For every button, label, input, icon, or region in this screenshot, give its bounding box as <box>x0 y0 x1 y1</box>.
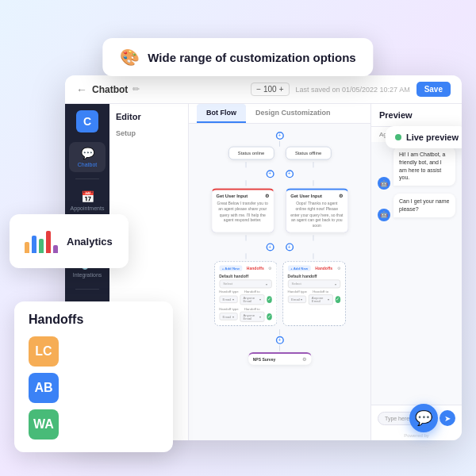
sidebar-divider-2 <box>75 289 99 290</box>
add-new-btn-1[interactable]: + Add New <box>219 265 242 271</box>
input-offline-plus[interactable]: + <box>286 243 294 251</box>
chart-bar <box>39 239 44 253</box>
flow-tabs: Bot Flow Design Customization <box>189 104 370 124</box>
chart-bar <box>32 236 36 253</box>
line-4 <box>245 180 246 186</box>
edit-icon[interactable]: ✏ <box>132 84 140 94</box>
nps-plus-button[interactable]: + <box>275 336 283 344</box>
handoff-node-1-header: + Add New Handoffs ⚙ <box>219 265 271 271</box>
line-10 <box>279 329 280 335</box>
sidebar-divider-1 <box>75 178 99 179</box>
editor-title: Editor <box>116 112 182 121</box>
zoom-control[interactable]: − 100 + <box>251 83 289 96</box>
handoff-type-to-row-2: Handoff type Handoff to <box>288 290 340 293</box>
input-node-offline-settings-icon[interactable]: ⚙ <box>339 194 343 198</box>
input-node-settings-icon[interactable]: ⚙ <box>265 194 269 198</box>
input-node-online: Get User Input ⚙ Great Below I transfer … <box>211 188 274 232</box>
handoff-node-1: + Add New Handoffs ⚙ Default handoff Sel… <box>214 261 277 325</box>
chatbot-icon: 💬 <box>81 147 94 159</box>
input-online-plus[interactable]: + <box>266 243 274 251</box>
line-2 <box>245 162 246 167</box>
zoom-minus[interactable]: − <box>256 85 261 94</box>
flow-content: + Status online Status offline <box>189 124 370 436</box>
nps-connector <box>217 329 341 335</box>
nps-settings-icon[interactable]: ⚙ <box>302 357 306 362</box>
line-3 <box>313 162 314 167</box>
status-online-node: Status online <box>228 147 274 160</box>
chat-avatar-row: 🤖 Hi! I am Chatbot, a friendly bot, and … <box>378 147 455 190</box>
connector-row-2 <box>217 180 341 186</box>
status-online-label: Status online <box>238 151 264 155</box>
input-nodes-row: Get User Input ⚙ Great Below I transfer … <box>217 188 341 232</box>
handoff-settings-icon-2[interactable]: ⚙ <box>337 266 340 271</box>
analytics-chart-icon <box>25 225 57 257</box>
handoffs-label-2: Handoffs <box>315 267 332 271</box>
greeting-bubble: Hi! I am Chatbot, a friendly bot, and I … <box>393 147 455 186</box>
input-node-offline-title: Get User Input ⚙ <box>290 194 343 198</box>
tab-bot-flow[interactable]: Bot Flow <box>197 104 246 123</box>
email-row-3: Email▾ Anyone Email▾ ✓ <box>288 294 340 305</box>
chat-widget-button[interactable]: 💬 <box>409 404 438 432</box>
select-2[interactable]: Select ▾ <box>288 279 340 288</box>
question-avatar-row: 🤖 Can I get your name please? <box>378 194 455 221</box>
default-handoff-label-2: Default handoff <box>288 274 340 278</box>
handoff-node-2: + Add New Handoffs ⚙ Default handoff Sel… <box>282 261 345 325</box>
nps-node-row: NPS Survey ⚙ <box>217 352 341 365</box>
topbar-left: ← Chatbot ✏ <box>76 83 140 96</box>
back-arrow-icon[interactable]: ← <box>76 83 87 96</box>
anyone-email-chip-3[interactable]: Anyone Email▾ <box>309 294 333 305</box>
appointments-icon: 📅 <box>81 190 94 203</box>
flow-nodes: + Status online Status offline <box>217 132 341 365</box>
sidebar-chatbot-label: Chatbot <box>78 162 98 167</box>
handoff-icons-list: LC AB WA <box>29 336 159 440</box>
save-button[interactable]: Save <box>416 82 451 97</box>
sidebar-item-chatbot[interactable]: 💬 Chatbot <box>69 142 106 172</box>
connector-row-1 <box>217 162 341 167</box>
status-offline-label: Status offline <box>295 151 321 155</box>
chart-bar <box>46 231 51 253</box>
tab-design-customization[interactable]: Design Customization <box>246 104 340 123</box>
preview-header: Preview <box>371 104 462 127</box>
anyone-email-chip-2[interactable]: Anyone Email▾ <box>240 312 264 322</box>
chart-bar <box>25 242 29 253</box>
topbar-chatbot-label: Chatbot <box>92 84 128 95</box>
zoom-plus[interactable]: + <box>279 85 284 94</box>
sidebar-item-appointments[interactable]: 📅 Appointments <box>69 186 106 216</box>
handoffs-title: Handoffs <box>29 313 159 327</box>
handoff-settings-icon-1[interactable]: ⚙ <box>268 266 271 271</box>
anyone-email-chip-1[interactable]: Anyone Email▾ <box>240 294 264 305</box>
email-chip-2[interactable]: Email▾ <box>219 313 237 321</box>
powered-by-label: Powered by <box>371 431 462 440</box>
add-new-btn-2[interactable]: + Add New <box>288 265 311 271</box>
analytics-card: Analytics <box>10 214 129 268</box>
top-plus-button[interactable]: + <box>275 132 283 140</box>
handoff-type-to-row-1: Handoff type Handoff to <box>219 290 271 293</box>
nps-node: NPS Survey ⚙ <box>248 352 311 365</box>
check-icon-3: ✓ <box>335 296 340 303</box>
default-handoff-label-1: Default handoff <box>219 274 271 278</box>
bot-avatar: 🤖 <box>378 177 390 190</box>
send-button[interactable]: ➤ <box>440 410 455 426</box>
chart-bar <box>53 245 58 253</box>
email-chip-1[interactable]: Email▾ <box>219 296 237 303</box>
line-8 <box>245 253 246 259</box>
sidebar-integrations-label: Integrations <box>73 272 102 278</box>
promo-banner: 🎨 Wide range of customization options <box>102 38 373 76</box>
zoom-level: 100 <box>263 85 277 94</box>
line-5 <box>313 180 314 186</box>
select-1[interactable]: Select ▾ <box>219 279 271 288</box>
setup-label: Setup <box>116 129 182 137</box>
save-info: Last saved on 01/05/2022 10:27 AM <box>296 86 410 94</box>
online-plus-button[interactable]: + <box>266 170 274 178</box>
scene: 🎨 Wide range of customization options An… <box>0 0 476 476</box>
handoffs-label-1: Handoffs <box>247 267 264 271</box>
sidebar-appointments-label: Appointments <box>71 205 105 211</box>
offline-plus-button[interactable]: + <box>286 170 294 178</box>
email-chip-3[interactable]: Email▾ <box>288 296 306 303</box>
analytics-label: Analytics <box>67 236 113 248</box>
nps-plus: + <box>217 336 341 344</box>
email-row-2: Email▾ Anyone Email▾ ✓ <box>219 312 271 322</box>
handoff-node-2-header: + Add New Handoffs ⚙ <box>288 265 340 271</box>
check-icon-1: ✓ <box>267 296 271 303</box>
promo-text: Wide range of customization options <box>148 51 355 64</box>
